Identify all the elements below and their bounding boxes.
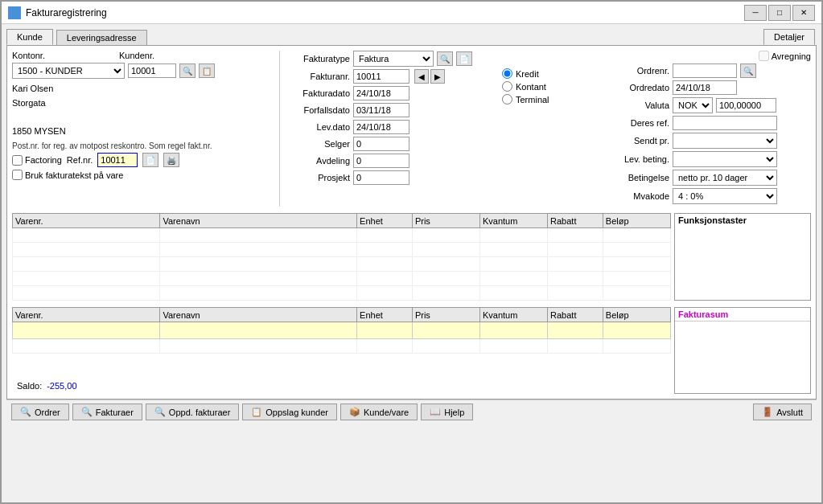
valuta-label: Valuta — [605, 100, 669, 110]
ordredato-input[interactable]: 24/10/18 — [673, 80, 737, 95]
bottom-table: Varenr. Varenavn Enhet Pris Kvantum Raba… — [12, 307, 671, 354]
fakturatype-select[interactable]: Faktura — [353, 51, 434, 67]
factoring-checkbox-label[interactable]: Factoring — [12, 155, 62, 166]
factoring-label: Factoring — [25, 155, 62, 165]
kontonr-label: Kontonr. — [12, 51, 45, 60]
oppd-fakturaer-button[interactable]: 🔍 Oppd. fakturaer — [146, 404, 239, 420]
terminal-radio-label[interactable]: Terminal — [502, 94, 599, 104]
kunde-vare-button[interactable]: 📦 Kunde/vare — [340, 404, 418, 420]
close-button[interactable]: ✕ — [792, 5, 815, 21]
input-varenavn[interactable] — [163, 323, 344, 338]
bruk-fakturatekst-checkbox[interactable] — [12, 170, 23, 180]
tab-leveringsadresse[interactable]: Leveringsadresse — [56, 30, 147, 45]
table-section: Varenr. Varenavn Enhet Pris Kvantum Raba… — [12, 213, 811, 301]
ordredato-label: Ordredato — [605, 83, 669, 92]
avregning-label[interactable]: Avregning — [759, 51, 811, 61]
avregning-checkbox[interactable] — [759, 51, 769, 61]
prev-button[interactable]: ◀ — [414, 69, 429, 84]
spacer — [12, 354, 671, 378]
table-row — [13, 272, 671, 286]
input-kvantum[interactable] — [483, 323, 541, 338]
fakturanr-label: Fakturanr. — [290, 72, 350, 81]
mvakode-row: Mvakode 4 : 0% — [605, 188, 811, 204]
funksjonstaster-box: Funksjonstaster — [674, 213, 811, 301]
main-window: Fakturaregistrering ─ □ ✕ Kunde Levering… — [0, 0, 823, 504]
next-button[interactable]: ▶ — [430, 69, 445, 84]
search-kunde-button[interactable]: 🔍 — [179, 64, 195, 78]
fakturadato-input[interactable]: 24/10/18 — [353, 86, 409, 100]
sendt-pr-row: Sendt pr. — [605, 133, 811, 149]
ref-nr-input[interactable]: 10011 — [97, 153, 138, 167]
fakturaer-label: Fakturaer — [96, 408, 134, 417]
top-section: Kontonr. Kundenr. 1500 - KUNDER 10001 🔍 … — [12, 51, 811, 207]
levdato-input[interactable]: 24/10/18 — [353, 120, 409, 134]
vertical-divider — [279, 51, 280, 207]
betingelse-select[interactable]: netto pr. 10 dager — [673, 170, 777, 186]
print-ref-button[interactable]: 🖨️ — [163, 153, 179, 167]
ordredato-row: Ordredato 24/10/18 — [605, 80, 811, 95]
input-belop[interactable] — [606, 323, 665, 338]
title-bar-buttons: ─ □ ✕ — [744, 5, 815, 21]
funksjonstaster-title: Funksjonstaster — [675, 214, 810, 227]
minimize-button[interactable]: ─ — [744, 5, 767, 21]
kontant-radio-label[interactable]: Kontant — [502, 81, 599, 92]
valuta-select[interactable]: NOK — [673, 97, 713, 113]
kontant-radio[interactable] — [502, 81, 512, 92]
hjelp-button[interactable]: 📖 Hjelp — [421, 404, 473, 420]
fakturatype-btn2[interactable]: 📄 — [456, 51, 472, 66]
valuta-amount-input[interactable]: 100,00000 — [716, 98, 776, 113]
maximize-button[interactable]: □ — [768, 5, 791, 21]
col-enhet: Enhet — [357, 214, 413, 228]
copy-ref-button[interactable]: 📄 — [142, 153, 158, 167]
kunde-vare-icon: 📦 — [349, 407, 360, 417]
hjelp-icon: 📖 — [430, 407, 441, 417]
bot-col-enhet: Enhet — [357, 308, 413, 322]
address-line2: Storgata — [12, 96, 270, 111]
kundenr-input[interactable]: 10001 — [128, 64, 176, 78]
ordrenr-label: Ordrenr. — [605, 66, 669, 76]
detaljer-grid: Fakturatype Faktura 🔍 📄 Fakturanr. 10011 — [290, 51, 811, 207]
fakturaer-button[interactable]: 🔍 Fakturaer — [72, 404, 142, 420]
forfallsdato-input[interactable]: 03/11/18 — [353, 103, 409, 117]
window-title: Fakturaregistrering — [26, 7, 107, 18]
avdeling-input[interactable]: 0 — [353, 154, 409, 168]
ordrenr-search-button[interactable]: 🔍 — [740, 64, 756, 78]
oppslag-kunder-button[interactable]: 📋 Oppslag kunder — [242, 404, 337, 420]
fakturanr-input[interactable]: 10011 — [353, 69, 409, 84]
saldo-value: -255,00 — [47, 381, 76, 391]
kredit-radio[interactable] — [502, 68, 512, 79]
sendt-pr-select[interactable] — [673, 133, 777, 149]
ordrer-button[interactable]: 🔍 Ordrer — [11, 404, 69, 420]
input-varenr[interactable] — [15, 323, 150, 338]
ordrenr-input[interactable] — [673, 64, 737, 78]
factoring-checkbox[interactable] — [12, 155, 23, 166]
selger-input[interactable]: 0 — [353, 137, 409, 151]
avslutt-button[interactable]: 🚪 Avslutt — [753, 404, 812, 420]
forfallsdato-label: Forfallsdato — [290, 105, 350, 115]
input-enhet[interactable] — [360, 323, 407, 338]
lev-beting-select[interactable] — [673, 151, 777, 167]
input-pris[interactable] — [415, 323, 474, 338]
address-line1: Kari Olsen — [12, 82, 270, 96]
deres-ref-label: Deres ref. — [605, 118, 669, 128]
kredit-radio-label[interactable]: Kredit — [502, 68, 599, 79]
kredit-label: Kredit — [516, 69, 539, 79]
terminal-radio[interactable] — [502, 94, 512, 104]
oppslag-kunder-label: Oppslag kunder — [265, 408, 328, 417]
input-rabatt[interactable] — [550, 323, 598, 338]
prosjekt-input[interactable]: 0 — [353, 170, 409, 185]
mvakode-select[interactable]: 4 : 0% — [673, 188, 777, 204]
saldo-row: Saldo: -255,00 — [12, 378, 671, 394]
deres-ref-input[interactable] — [673, 116, 777, 130]
tab-detaljer[interactable]: Detaljer — [763, 29, 815, 45]
bruk-fakturatekst-label[interactable]: Bruk fakturatekst på vare — [12, 170, 123, 180]
fakturasum-title: Fakturasum — [675, 308, 810, 322]
fakturatype-label: Fakturatype — [290, 54, 350, 64]
forfallsdato-row: Forfallsdato 03/11/18 — [290, 103, 496, 117]
kontonr-select[interactable]: 1500 - KUNDER — [12, 63, 125, 79]
copy-kunde-button[interactable]: 📋 — [199, 64, 215, 78]
avregning-text: Avregning — [772, 51, 811, 61]
tab-kunde[interactable]: Kunde — [6, 29, 53, 45]
table-left: Varenr. Varenavn Enhet Pris Kvantum Raba… — [12, 213, 671, 301]
fakturatype-search-button[interactable]: 🔍 — [437, 51, 453, 66]
